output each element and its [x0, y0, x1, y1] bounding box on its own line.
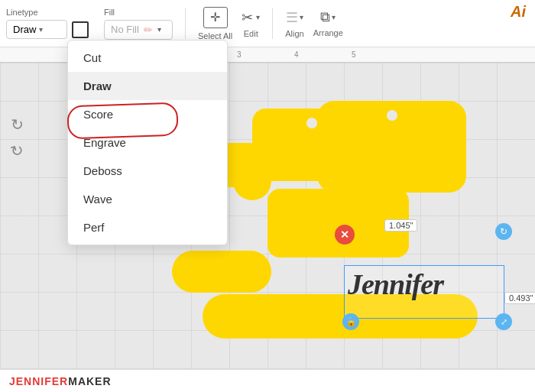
bottom-bar: JENNIFERMAKER: [0, 369, 535, 392]
fill-value: No Fill: [111, 24, 139, 35]
rotate-handle[interactable]: ↻: [495, 223, 512, 240]
dropdown-item-score[interactable]: Score: [68, 100, 227, 128]
divider-1: [185, 8, 186, 39]
fill-label: Fill: [104, 8, 115, 17]
close-icon: ✕: [340, 228, 349, 241]
brand-maker: MAKER: [68, 375, 111, 387]
arrange-button[interactable]: ⧉ ▾: [320, 9, 336, 25]
select-all-section: ✛ Select All: [198, 7, 232, 40]
resize-icon: ⤢: [501, 317, 507, 327]
lock-icon: 🔒: [345, 316, 357, 327]
edit-chevron-icon: ▾: [256, 13, 260, 21]
height-measurement: 0.493": [504, 292, 535, 304]
resize-handle[interactable]: ⤢: [495, 313, 512, 330]
linetype-dropdown: Cut Draw Score Engrave Deboss Wave Perf: [67, 40, 228, 245]
select-all-button[interactable]: ✛: [203, 7, 228, 28]
fill-section: Fill No Fill ✏ ▾: [104, 8, 173, 40]
linetype-controls: Draw ▾: [6, 20, 89, 39]
dropdown-item-deboss[interactable]: Deboss: [68, 157, 227, 185]
linetype-label: Linetype: [6, 8, 38, 17]
dropdown-item-engrave[interactable]: Engrave: [68, 128, 227, 157]
linetype-value: Draw: [13, 24, 36, 35]
align-chevron-icon: ▾: [300, 13, 303, 21]
bottom-left-pill: [172, 251, 271, 293]
dog-tag-hole-2: [387, 110, 397, 121]
linetype-section: Linetype Draw ▾: [6, 8, 89, 39]
jennifer-text: Jennifer: [348, 267, 443, 301]
width-measurement: 1.045": [384, 219, 417, 232]
edit-button[interactable]: ✂ ▾: [242, 9, 260, 26]
linetype-select[interactable]: Draw ▾: [6, 20, 67, 39]
arrange-label: Arrange: [313, 28, 343, 37]
dog-tag-hole-1: [306, 118, 317, 128]
ruler-mark-4: 4: [294, 50, 299, 59]
arrange-section: ⧉ ▾ Arrange: [313, 9, 343, 37]
edit-section: ✂ ▾ Edit: [242, 9, 260, 38]
ruler-mark-5: 5: [352, 50, 356, 59]
ruler-mark-3: 3: [237, 50, 242, 59]
scissors-icon: ✂: [242, 9, 253, 26]
brand-jennifer: JENNIFER: [9, 375, 68, 387]
fill-control[interactable]: No Fill ✏ ▾: [104, 20, 173, 40]
brand-text: JENNIFERMAKER: [9, 375, 112, 387]
select-all-label: Select All: [198, 31, 232, 40]
fill-chevron-icon: ▾: [157, 25, 161, 34]
chevron-down-icon: ▾: [39, 25, 43, 34]
dropdown-item-draw[interactable]: Draw: [68, 72, 227, 100]
arrange-chevron-icon: ▾: [332, 13, 336, 21]
pencil-icon: ✏: [144, 24, 153, 36]
dropdown-item-cut[interactable]: Cut: [68, 44, 227, 72]
arrange-icon: ⧉: [320, 9, 330, 25]
align-button[interactable]: ☰ ▾: [286, 9, 303, 26]
dropdown-item-perf[interactable]: Perf: [68, 213, 227, 241]
delete-handle[interactable]: ✕: [335, 225, 355, 245]
lock-handle[interactable]: 🔒: [342, 313, 359, 330]
align-section: ☰ ▾ Align: [285, 9, 303, 38]
left-nav: ↺ ↻: [0, 115, 34, 160]
dropdown-item-wave[interactable]: Wave: [68, 185, 227, 213]
align-icon: ☰: [286, 9, 298, 26]
align-label: Align: [285, 29, 303, 38]
plus-icon: ✛: [210, 10, 220, 24]
redo-arrow[interactable]: ↻: [8, 140, 26, 161]
undo-arrow[interactable]: ↺: [11, 115, 24, 134]
square-icon[interactable]: [72, 21, 89, 38]
small-round-shape: [233, 162, 271, 200]
edit-label: Edit: [244, 29, 258, 38]
rotate-icon: ↻: [500, 226, 507, 237]
divider-2: [272, 8, 273, 39]
dog-tag-shape-2: [317, 101, 466, 193]
ai-logo: Ai: [511, 3, 526, 21]
